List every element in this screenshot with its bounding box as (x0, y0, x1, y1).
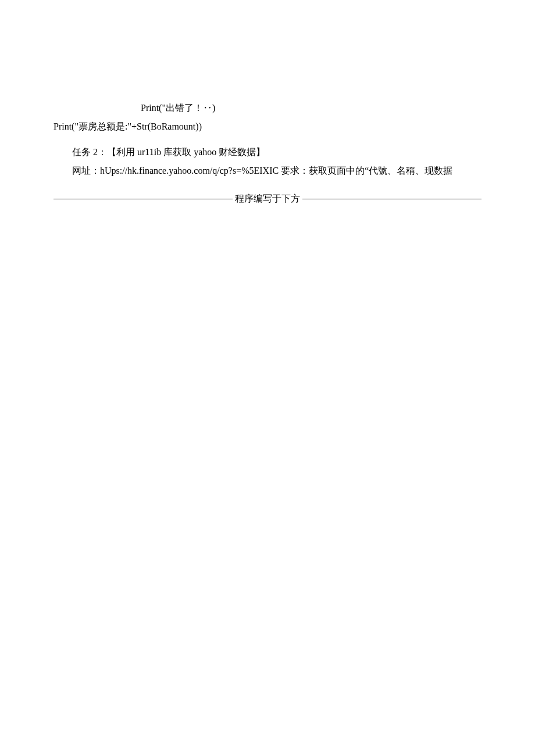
code-line-2: Print("票房总额是:"+Str(BoRamount)) (54, 117, 482, 136)
divider-label: 程序编写于下方 (233, 189, 302, 208)
divider-rule-left (54, 199, 233, 199)
divider-row: 程序编写于下方 (54, 189, 482, 208)
task-body: 网址：hUps://hk.finance.yahoo.com/q/cp?s=%5… (72, 162, 482, 180)
spacer (54, 180, 482, 189)
code-line-1: Print("出错了！‥) (141, 99, 482, 117)
divider-rule-right (302, 199, 482, 199)
task-title: 任务 2：【利用 ur11ib 库获取 yahoo 财经数据】 (72, 143, 482, 162)
spacer (54, 136, 482, 143)
